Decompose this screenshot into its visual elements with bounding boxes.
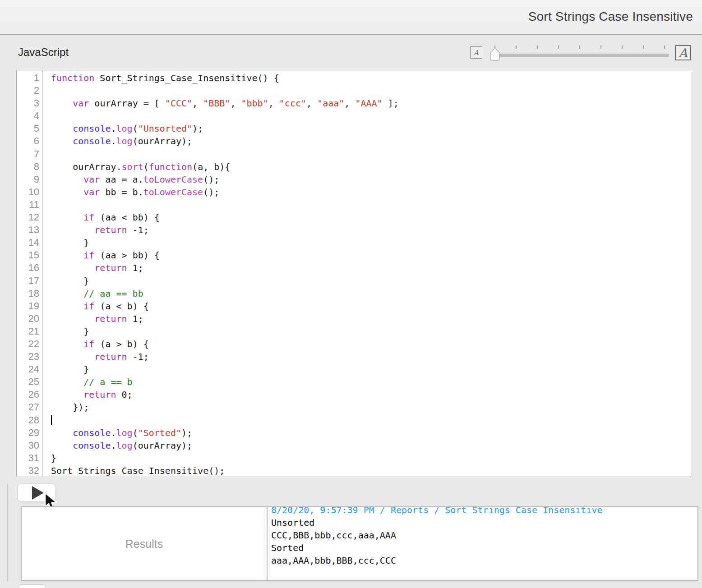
line-number: 28	[17, 414, 42, 427]
line-number: 30	[17, 439, 42, 452]
line-number: 3	[17, 97, 42, 110]
slider-tick	[558, 46, 559, 49]
line-number: 17	[17, 275, 42, 287]
console-line: 8/20/20, 9:57:39 PM / Reports / Sort Str…	[271, 506, 697, 516]
code-line: return -1;	[51, 350, 691, 363]
font-size-slider-thumb[interactable]	[489, 47, 501, 61]
line-number: 14	[17, 236, 42, 249]
code-line: if (aa < bb) {	[51, 211, 691, 224]
code-editor: 1234567891011121314151617181920212223242…	[16, 70, 691, 477]
code-line	[51, 84, 691, 97]
code-line: }	[51, 363, 691, 376]
line-number: 31	[17, 452, 42, 464]
code-line: }	[51, 325, 691, 338]
code-line	[51, 414, 691, 427]
slider-tick	[600, 46, 601, 49]
script-editor-window: Sort Strings Case Insensitive JavaScript…	[0, 0, 702, 588]
text-caret	[51, 415, 52, 425]
line-number: 16	[17, 262, 42, 274]
small-a-glyph: A	[474, 49, 479, 57]
slider-tick	[643, 46, 644, 49]
line-number: 12	[17, 211, 42, 224]
code-line: if (a < b) {	[51, 300, 691, 312]
line-number: 13	[17, 224, 42, 236]
code-line: console.log(ourArray);	[51, 439, 691, 452]
line-number: 5	[17, 122, 42, 135]
line-number: 6	[17, 135, 42, 147]
slider-tick	[516, 46, 517, 49]
console-line: CCC,BBB,bbb,ccc,aaa,AAA	[271, 529, 697, 542]
line-number: 27	[17, 401, 42, 413]
console-output: 8/20/20, 9:57:39 PM / Reports / Sort Str…	[271, 506, 697, 567]
line-number: 25	[17, 376, 42, 388]
language-label: JavaScript	[18, 46, 69, 59]
line-number: 20	[17, 312, 42, 325]
slider-tick	[622, 46, 623, 49]
code-line: }	[51, 236, 691, 249]
line-number: 29	[17, 427, 42, 439]
line-number: 11	[17, 198, 42, 211]
line-number: 1	[17, 72, 42, 84]
line-number-gutter: 1234567891011121314151617181920212223242…	[17, 70, 43, 477]
code-line: if (a > b) {	[51, 338, 691, 350]
code-line: var ourArray = [ "CCC", "BBB", "bbb", "c…	[51, 97, 691, 110]
code-line: });	[51, 401, 691, 413]
line-number: 15	[17, 249, 42, 262]
code-line: }	[51, 275, 691, 287]
document-title: Sort Strings Case Insensitive	[528, 9, 693, 24]
code-line: return 0;	[51, 388, 691, 401]
font-size-increase-icon[interactable]: A	[675, 45, 691, 60]
line-number: 7	[17, 148, 42, 161]
line-number: 9	[17, 173, 42, 186]
code-line: // a == b	[51, 376, 691, 388]
partial-bottom-button[interactable]	[18, 584, 46, 588]
code-line: }	[51, 452, 691, 464]
line-number: 19	[17, 300, 42, 312]
code-line: ourArray.sort(function(a, b){	[51, 161, 691, 173]
code-line: console.log(ourArray);	[51, 135, 691, 147]
pane-left-edge-divider	[7, 484, 8, 582]
code-line: return -1;	[51, 224, 691, 236]
code-line: Sort_Strings_Case_Insensitive();	[51, 464, 691, 477]
line-number: 4	[17, 110, 42, 122]
code-line: console.log("Unsorted");	[51, 122, 691, 135]
code-area[interactable]: function Sort_Strings_Case_Insensitive()…	[43, 70, 691, 477]
line-number: 18	[17, 287, 42, 300]
code-line	[51, 198, 691, 211]
results-pane: Results	[21, 506, 268, 581]
code-line: return 1;	[51, 312, 691, 325]
code-line: console.log("Sorted");	[51, 427, 691, 439]
console-line: Sorted	[271, 542, 697, 554]
code-line: return 1;	[51, 262, 691, 274]
code-line: var aa = a.toLowerCase();	[51, 173, 691, 186]
code-line: function Sort_Strings_Case_Insensitive()…	[51, 72, 691, 84]
console-output-pane[interactable]: 8/20/20, 9:57:39 PM / Reports / Sort Str…	[267, 506, 698, 581]
slider-tick	[664, 46, 665, 49]
font-size-slider-ticks	[494, 46, 665, 49]
line-number: 2	[17, 84, 42, 97]
slider-tick	[579, 46, 580, 49]
line-number: 23	[17, 350, 42, 363]
line-number: 32	[17, 464, 42, 477]
line-number: 21	[17, 325, 42, 338]
code-line: // aa == bb	[51, 287, 691, 300]
large-a-glyph: A	[679, 46, 688, 60]
code-line	[51, 110, 691, 122]
line-number: 10	[17, 186, 42, 198]
console-line: Unsorted	[271, 516, 697, 529]
code-line	[51, 148, 691, 161]
line-number: 22	[17, 338, 42, 350]
title-bar: Sort Strings Case Insensitive	[0, 0, 702, 35]
line-number: 8	[17, 161, 42, 173]
code-line: var bb = b.toLowerCase();	[51, 186, 691, 198]
play-icon	[32, 486, 44, 500]
font-size-slider-track[interactable]	[492, 54, 669, 57]
line-number: 24	[17, 363, 42, 376]
line-number: 26	[17, 388, 42, 401]
font-size-decrease-icon[interactable]: A	[470, 46, 482, 59]
console-line: aaa,AAA,bbb,BBB,ccc,CCC	[271, 554, 697, 567]
slider-tick	[537, 46, 538, 49]
results-placeholder-label: Results	[125, 537, 163, 551]
code-line: if (aa > bb) {	[51, 249, 691, 262]
